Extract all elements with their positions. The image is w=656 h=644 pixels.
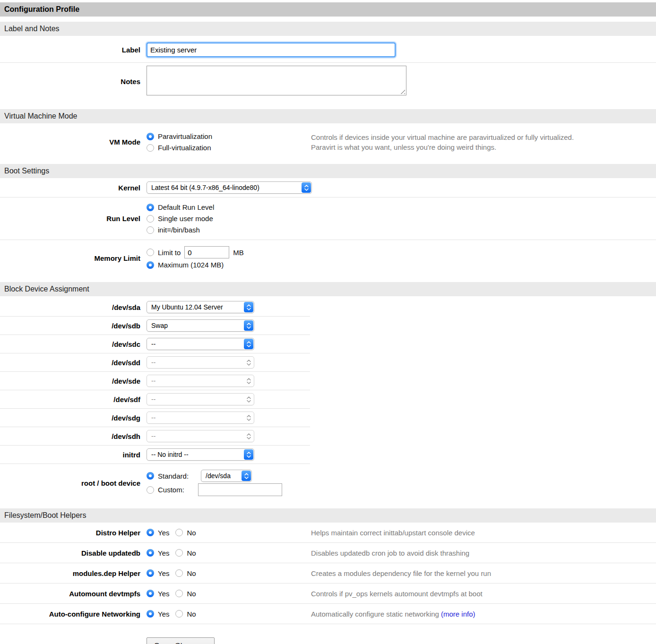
modules-dep-yes-radio[interactable] xyxy=(147,569,154,577)
device-label-sda: /dev/sda xyxy=(0,303,140,311)
notes-field-label: Notes xyxy=(0,77,140,86)
block-device-select-sdg[interactable]: -- xyxy=(147,412,254,424)
device-label-sdc: /dev/sdc xyxy=(0,340,140,348)
modules-dep-no-radio[interactable] xyxy=(175,569,183,577)
chevron-up-down-icon xyxy=(244,449,253,460)
label-row: Label xyxy=(0,36,656,63)
block-device-table: /dev/sda My Ubuntu 12.04 Server /dev/sdb… xyxy=(0,296,310,503)
chevron-up-down-icon xyxy=(244,431,253,441)
notes-textarea[interactable] xyxy=(147,66,406,95)
section-header-boot-settings: Boot Settings xyxy=(0,164,656,178)
block-device-row-sdc: /dev/sdc -- xyxy=(0,335,310,353)
block-device-row-sdf: /dev/sdf -- xyxy=(0,390,310,409)
device-label-sdg: /dev/sdg xyxy=(0,414,140,422)
block-device-row-sdb: /dev/sdb Swap xyxy=(0,317,310,335)
run-level-row: Run Level Default Run Level Single user … xyxy=(0,197,656,240)
run-level-default-label: Default Run Level xyxy=(158,202,214,212)
memory-limit-unit: MB xyxy=(233,248,244,258)
distro-helper-yes-radio[interactable] xyxy=(147,529,154,536)
memory-limit-maximum-radio[interactable] xyxy=(147,261,154,269)
memory-limit-to-label: Limit to xyxy=(158,248,181,258)
chevron-up-down-icon xyxy=(242,471,251,481)
run-level-init-bash-radio[interactable] xyxy=(147,226,154,234)
disable-updatedb-no-radio[interactable] xyxy=(175,549,183,557)
block-device-row-sde: /dev/sde -- xyxy=(0,372,310,390)
autoconfigure-networking-yes-radio[interactable] xyxy=(147,610,154,618)
memory-limit-label: Memory Limit xyxy=(0,254,140,262)
block-device-select-sdh[interactable]: -- xyxy=(147,430,254,442)
autoconfigure-networking-help: Automatically configure static networkin… xyxy=(311,609,656,619)
block-device-select-sda[interactable]: My Ubuntu 12.04 Server xyxy=(147,301,254,313)
block-device-select-sde[interactable]: -- xyxy=(147,375,254,387)
distro-helper-no-radio[interactable] xyxy=(175,529,183,536)
block-device-select-sdd[interactable]: -- xyxy=(147,356,254,369)
kernel-select[interactable]: Latest 64 bit (4.9.7-x86_64-linode80) xyxy=(147,181,312,194)
vm-mode-label: VM Mode xyxy=(0,138,140,146)
kernel-row: Kernel Latest 64 bit (4.9.7-x86_64-linod… xyxy=(0,178,656,197)
device-label-sdh: /dev/sdh xyxy=(0,432,140,440)
block-device-row-sdd: /dev/sdd -- xyxy=(0,353,310,372)
helper-row-automount-devtmpfs: Automount devtmpfs Yes No Controls if pv… xyxy=(0,584,656,604)
vm-mode-paravirtualization-radio[interactable] xyxy=(147,133,154,140)
block-device-select-sdb[interactable]: Swap xyxy=(147,319,254,332)
block-device-select-sdc[interactable]: -- xyxy=(147,338,254,350)
section-header-label-and-notes: Label and Notes xyxy=(0,22,656,36)
initrd-select[interactable]: -- No initrd -- xyxy=(147,448,254,461)
run-level-default-radio[interactable] xyxy=(147,204,154,211)
block-device-select-sdf[interactable]: -- xyxy=(147,393,254,405)
root-device-standard-radio[interactable] xyxy=(147,472,154,480)
memory-limit-maximum-label: Maximum (1024 MB) xyxy=(158,260,224,270)
label-input[interactable] xyxy=(147,43,396,57)
section-header-vm-mode: Virtual Machine Mode xyxy=(0,109,656,123)
vm-mode-row: VM Mode Paravirtualization Full-virtuali… xyxy=(0,123,656,159)
vm-mode-paravirtualization-label: Paravirtualization xyxy=(158,131,212,141)
configuration-profile-page: Configuration Profile Label and Notes La… xyxy=(0,0,656,644)
device-label-sdd: /dev/sdd xyxy=(0,359,140,367)
memory-limit-input[interactable] xyxy=(184,246,229,258)
chevron-up-down-icon xyxy=(244,320,253,331)
automount-devtmpfs-help: Controls if pv_ops kernels automount dev… xyxy=(311,589,656,599)
block-device-row-sda: /dev/sda My Ubuntu 12.04 Server xyxy=(0,298,310,317)
run-level-init-bash-label: init=/bin/bash xyxy=(158,225,200,235)
chevron-up-down-icon xyxy=(302,182,311,193)
automount-devtmpfs-yes-radio[interactable] xyxy=(147,590,154,597)
autoconfigure-networking-label: Auto-configure Networking xyxy=(0,610,140,618)
kernel-label: Kernel xyxy=(0,184,140,192)
automount-devtmpfs-label: Automount devtmpfs xyxy=(0,590,140,598)
automount-devtmpfs-no-radio[interactable] xyxy=(175,590,183,597)
kernel-select-value: Latest 64 bit (4.9.7-x86_64-linode80) xyxy=(151,184,259,191)
save-changes-button[interactable]: Save Changes xyxy=(147,637,215,644)
initrd-label: initrd xyxy=(0,451,140,459)
more-info-link[interactable]: (more info) xyxy=(441,610,475,618)
device-label-sdf: /dev/sdf xyxy=(0,395,140,404)
notes-row: Notes xyxy=(0,63,656,104)
root-device-custom-label: Custom: xyxy=(158,486,198,494)
label-field-label: Label xyxy=(0,46,140,54)
chevron-up-down-icon xyxy=(244,412,253,423)
memory-limit-row: Memory Limit Limit to MB Maximum (1024 M… xyxy=(0,240,656,277)
chevron-up-down-icon xyxy=(244,394,253,404)
vm-mode-full-virtualization-label: Full-virtualization xyxy=(158,143,211,153)
device-label-sdb: /dev/sdb xyxy=(0,322,140,330)
disable-updatedb-yes-radio[interactable] xyxy=(147,549,154,557)
root-boot-device-label: root / boot device xyxy=(0,479,140,487)
run-level-single-user-radio[interactable] xyxy=(147,215,154,223)
helper-row-disable-updatedb: Disable updatedb Yes No Disables updated… xyxy=(0,543,656,563)
initrd-row: initrd -- No initrd -- xyxy=(0,446,310,464)
autoconfigure-networking-no-radio[interactable] xyxy=(175,610,183,618)
memory-limit-to-radio[interactable] xyxy=(147,249,154,256)
distro-helper-help: Helps maintain correct inittab/upstart c… xyxy=(311,528,656,538)
save-area: Save Changes xyxy=(0,624,656,644)
root-device-custom-input[interactable] xyxy=(198,483,282,496)
helper-row-autoconfigure-networking: Auto-configure Networking Yes No Automat… xyxy=(0,604,656,624)
helper-row-distro-helper: Distro Helper Yes No Helps maintain corr… xyxy=(0,523,656,543)
run-level-single-user-label: Single user mode xyxy=(158,214,213,223)
disable-updatedb-label: Disable updatedb xyxy=(0,549,140,557)
root-device-select[interactable]: /dev/sda xyxy=(201,470,252,482)
distro-helper-label: Distro Helper xyxy=(0,529,140,537)
root-device-custom-radio[interactable] xyxy=(147,486,154,494)
chevron-up-down-icon xyxy=(244,339,253,349)
device-label-sde: /dev/sde xyxy=(0,377,140,385)
vm-mode-full-virtualization-radio[interactable] xyxy=(147,144,154,152)
block-device-row-sdg: /dev/sdg -- xyxy=(0,409,310,427)
